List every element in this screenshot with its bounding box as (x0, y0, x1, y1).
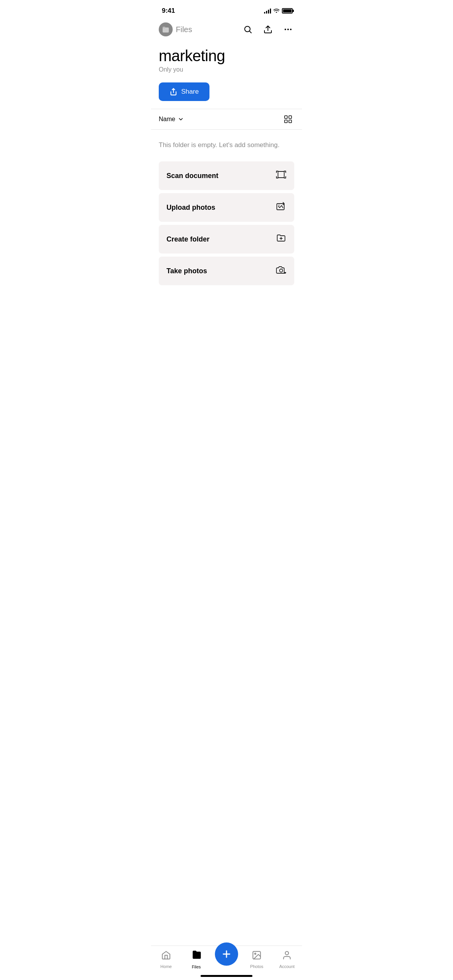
create-folder-icon (276, 233, 287, 246)
svg-point-2 (245, 26, 250, 32)
svg-rect-11 (285, 120, 287, 123)
search-button[interactable] (242, 23, 254, 36)
svg-point-5 (285, 29, 286, 30)
status-icons (264, 7, 293, 14)
svg-line-3 (250, 31, 251, 33)
svg-rect-9 (285, 116, 287, 118)
svg-rect-12 (289, 120, 292, 123)
more-button[interactable] (282, 23, 294, 36)
svg-rect-10 (289, 116, 292, 118)
page-title: marketing (159, 47, 294, 65)
empty-state-message: This folder is empty. Let's add somethin… (159, 141, 280, 149)
chevron-down-icon (178, 116, 184, 122)
nav-right (242, 23, 294, 36)
svg-point-18 (280, 269, 283, 272)
upload-photos-icon (276, 201, 287, 214)
empty-state: This folder is empty. Let's add somethin… (151, 130, 302, 157)
svg-point-6 (287, 29, 289, 30)
action-list: Scan document Upload photos Create folde… (151, 157, 302, 290)
create-folder-label: Create folder (166, 235, 209, 243)
svg-rect-13 (278, 171, 284, 178)
page-header: marketing Only you (151, 41, 302, 76)
share-btn-container: Share (151, 76, 302, 109)
upload-photos-item[interactable]: Upload photos (159, 193, 294, 222)
take-photos-label: Take photos (166, 267, 207, 275)
svg-point-15 (278, 205, 279, 206)
page-subtitle: Only you (159, 66, 294, 73)
share-button[interactable]: Share (159, 82, 209, 101)
sort-label-text: Name (159, 116, 175, 123)
top-nav: Files (151, 19, 302, 41)
share-icon (170, 88, 177, 96)
sort-bar: Name (151, 109, 302, 130)
wifi-icon (273, 7, 280, 14)
nav-title: Files (176, 25, 192, 34)
scan-document-label: Scan document (166, 172, 218, 180)
view-toggle-icon (283, 115, 293, 124)
status-bar: 9:41 (151, 0, 302, 19)
nav-left: Files (159, 22, 192, 36)
scan-document-icon (276, 169, 287, 182)
upload-photos-label: Upload photos (166, 204, 215, 212)
signal-icon (264, 8, 271, 14)
battery-icon (282, 8, 293, 14)
view-toggle-button[interactable] (282, 113, 294, 125)
svg-rect-1 (163, 27, 165, 28)
scan-document-item[interactable]: Scan document (159, 161, 294, 190)
sort-name-button[interactable]: Name (159, 116, 184, 123)
upload-button[interactable] (262, 23, 274, 36)
status-time: 9:41 (162, 7, 175, 15)
app-logo (159, 22, 173, 36)
create-folder-item[interactable]: Create folder (159, 225, 294, 254)
svg-point-7 (290, 29, 292, 30)
take-photos-item[interactable]: Take photos (159, 257, 294, 285)
take-photos-icon (276, 264, 287, 278)
